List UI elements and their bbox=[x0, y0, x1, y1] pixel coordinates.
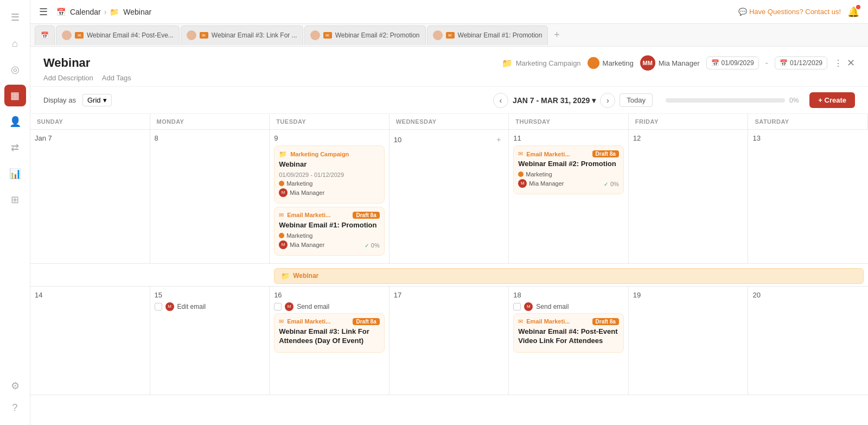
email4-draft-badge: Draft 8a bbox=[592, 318, 619, 325]
email3-draft-badge: Draft 8a bbox=[353, 318, 379, 325]
next-button[interactable]: › bbox=[600, 93, 615, 108]
tab-avatar-3 bbox=[187, 30, 196, 40]
tab-email-icon-1: ✉ bbox=[446, 32, 455, 39]
header-saturday: SATURDAY bbox=[748, 114, 868, 130]
more-options-button[interactable]: ⋮ bbox=[834, 58, 843, 68]
email1-card[interactable]: ✉ Email Marketi... Draft 8a Webinar Emai… bbox=[274, 207, 385, 256]
view-selector[interactable]: Grid ▾ bbox=[82, 94, 112, 106]
date-jan14: 14 bbox=[35, 291, 145, 299]
webinar-banner-cell: 📁 Webinar bbox=[270, 264, 868, 286]
tag-label: Marketing bbox=[603, 59, 634, 67]
add-tab-button[interactable]: + bbox=[549, 28, 564, 43]
email2-manager: M Mia Manager bbox=[518, 179, 564, 188]
tab-email-4[interactable]: ✉ Webinar Email #4: Post-Eve... bbox=[56, 26, 180, 45]
breadcrumb-item-webinar[interactable]: 📁 Webinar bbox=[110, 8, 151, 16]
campaign-card-date: 01/09/2029 - 01/12/2029 bbox=[279, 172, 380, 178]
webinar-spanning-banner[interactable]: 📁 Webinar bbox=[274, 268, 864, 284]
tag-color-dot bbox=[588, 57, 599, 69]
today-button[interactable]: Today bbox=[620, 93, 653, 107]
date-range-display[interactable]: JAN 7 - MAR 31, 2029 ▾ bbox=[513, 96, 596, 105]
close-button[interactable]: ✕ bbox=[847, 57, 855, 69]
chat-icon: 💬 bbox=[738, 8, 747, 16]
progress-bar bbox=[666, 98, 785, 103]
email2-title: Webinar Email #2: Promotion bbox=[518, 160, 619, 169]
tab-email-1[interactable]: ✉ Webinar Email #1: Promotion bbox=[427, 26, 548, 45]
sidebar-home[interactable]: ⌂ bbox=[4, 33, 26, 54]
task-checkbox-3[interactable] bbox=[513, 303, 521, 310]
email3-title: Webinar Email #3: Link For Attendees (Da… bbox=[279, 327, 380, 346]
prev-button[interactable]: ‹ bbox=[493, 93, 508, 108]
date-jan8: 8 bbox=[155, 134, 265, 142]
page-content: Webinar 📁 Marketing Campaign Marketing M… bbox=[30, 47, 868, 425]
calendar-icon-end: 📅 bbox=[780, 59, 788, 67]
email4-title: Webinar Email #4: Post-Event Video Link … bbox=[518, 327, 619, 346]
contact-us-link[interactable]: 💬 Have Questions? Contact us! bbox=[738, 8, 841, 16]
sidebar-settings[interactable]: ⚙ bbox=[4, 375, 26, 397]
tab-label-1: Webinar Email #1: Promotion bbox=[458, 31, 542, 39]
campaign-field[interactable]: 📁 Marketing Campaign bbox=[502, 58, 581, 68]
header-tuesday: TUESDAY bbox=[270, 114, 390, 130]
campaign-card-folder-icon: 📁 bbox=[279, 150, 287, 158]
create-button[interactable]: + Create bbox=[809, 92, 855, 108]
email4-card[interactable]: ✉ Email Marketi... Draft 8a Webinar Emai… bbox=[513, 313, 624, 353]
email2-progress: ✓ 0% bbox=[604, 181, 619, 187]
sidebar-chart[interactable]: 📊 bbox=[4, 163, 26, 185]
tag-dot-e1 bbox=[279, 233, 284, 238]
banner-label: Webinar bbox=[293, 272, 318, 280]
sidebar-people[interactable]: 👤 bbox=[4, 111, 26, 132]
date-jan20: 20 bbox=[752, 291, 864, 299]
cell-jan20: 20 bbox=[748, 287, 868, 395]
add-tags-link[interactable]: Add Tags bbox=[102, 74, 131, 82]
add-description-link[interactable]: Add Description bbox=[43, 74, 93, 82]
range-chevron: ▾ bbox=[592, 96, 596, 105]
topbar-right: 💬 Have Questions? Contact us! 🔔 bbox=[738, 6, 859, 18]
manager-sm-avatar-e1: M bbox=[279, 240, 288, 249]
sidebar-shuffle[interactable]: ⇄ bbox=[4, 137, 26, 158]
task-edit-email[interactable]: M Edit email bbox=[155, 302, 265, 311]
end-date-field[interactable]: 📅 01/12/2029 bbox=[775, 56, 827, 69]
sidebar-calendar[interactable]: ▦ bbox=[4, 85, 26, 106]
page-title: Webinar bbox=[43, 56, 90, 70]
task-avatar-3: M bbox=[524, 302, 533, 311]
cell-jan15: 15 M Edit email bbox=[150, 287, 270, 395]
sidebar-hamburger[interactable]: ☰ bbox=[4, 7, 26, 28]
task-send-email-16[interactable]: M Send email bbox=[274, 302, 385, 311]
start-date-field[interactable]: 📅 01/09/2029 bbox=[706, 56, 759, 69]
cell-jan8: 8 bbox=[150, 130, 270, 264]
folder-icon: 📁 bbox=[502, 58, 513, 68]
email1-title: Webinar Email #1: Promotion bbox=[279, 221, 380, 230]
sidebar-grid[interactable]: ⊞ bbox=[4, 189, 26, 211]
task-send-email-18[interactable]: M Send email bbox=[513, 302, 624, 311]
webinar-campaign-card[interactable]: 📁 Marketing Campaign Webinar 01/09/2029 … bbox=[274, 145, 385, 204]
breadcrumb-item-calendar[interactable]: 📅 Calendar bbox=[56, 8, 101, 16]
page-header: Webinar 📁 Marketing Campaign Marketing M… bbox=[30, 47, 868, 87]
header-monday: MONDAY bbox=[150, 114, 270, 130]
date-jan9: 9 bbox=[274, 134, 385, 142]
tab-avatar-1 bbox=[433, 30, 443, 40]
email3-icon: ✉ bbox=[279, 318, 284, 325]
task-checkbox-1[interactable] bbox=[155, 303, 162, 310]
cell-jan12: 12 bbox=[629, 130, 749, 264]
tab-calendar-home[interactable]: 📅 bbox=[35, 26, 55, 45]
manager-field[interactable]: MM Mia Manager bbox=[640, 55, 700, 71]
main-content: ☰ 📅 Calendar › 📁 Webinar 💬 Have Question… bbox=[30, 0, 868, 425]
sidebar-help[interactable]: ? bbox=[4, 397, 26, 418]
date-jan7: Jan 7 bbox=[35, 134, 145, 142]
cell-jan14: 14 bbox=[30, 287, 150, 395]
task-avatar-1: M bbox=[165, 302, 174, 311]
sidebar-location[interactable]: ◎ bbox=[4, 59, 26, 80]
email2-card[interactable]: ✉ Email Marketi... Draft 8a Webinar Emai… bbox=[513, 145, 624, 194]
check-icon-e2: ✓ bbox=[604, 181, 608, 187]
cell-jan13: 13 bbox=[748, 130, 868, 264]
cell-jan10: 10 + bbox=[390, 130, 509, 264]
task-checkbox-2[interactable] bbox=[274, 303, 282, 310]
notifications-bell[interactable]: 🔔 bbox=[847, 6, 859, 18]
add-event-jan10[interactable]: + bbox=[493, 134, 504, 145]
tab-email-2[interactable]: ✉ Webinar Email #2: Promotion bbox=[304, 26, 426, 45]
tab-email-3[interactable]: ✉ Webinar Email #3: Link For ... bbox=[181, 26, 303, 45]
menu-toggle[interactable]: ☰ bbox=[39, 6, 48, 18]
calendar-controls: Display as Grid ▾ ‹ JAN 7 - MAR 31, 2029… bbox=[30, 87, 868, 114]
tag-field[interactable]: Marketing bbox=[588, 57, 634, 69]
check-icon-e1: ✓ bbox=[365, 243, 369, 249]
email3-card[interactable]: ✉ Email Marketi... Draft 8a Webinar Emai… bbox=[274, 313, 385, 353]
